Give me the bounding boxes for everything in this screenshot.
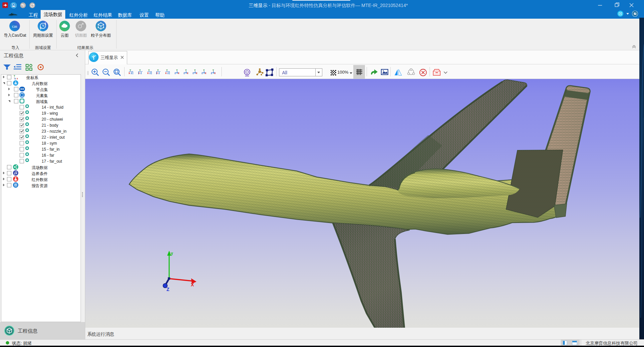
svg-text:X: X [191,282,194,287]
svg-text:z: z [131,71,132,75]
svg-text:x: x [147,71,149,75]
svg-text:y: y [171,251,173,256]
svg-text:z: z [167,71,169,75]
svg-text:z: z [141,71,142,75]
svg-text:Y: Y [14,75,15,77]
svg-text:Y: Y [212,69,214,71]
svg-text:Y: Y [203,69,205,71]
svg-text:Y: Y [194,69,196,71]
svg-text:x: x [214,71,216,75]
svg-text:z: z [183,71,185,75]
svg-text:x: x [187,71,188,75]
svg-text:x: x [129,71,130,75]
svg-text:x: x [17,77,18,80]
svg-text:z: z [201,71,203,75]
svg-text:z: z [192,71,194,75]
svg-text:Y: Y [148,69,150,71]
svg-text:z: z [174,71,176,75]
svg-text:Y: Y [176,69,178,71]
svg-text:Y: Y [157,69,159,71]
svg-text:x: x [196,71,197,75]
svg-text:z: z [150,71,151,75]
svg-text:Y: Y [185,69,187,71]
svg-text:z: z [159,71,160,75]
svg-text:cas: cas [12,24,17,29]
svg-text:Y: Y [166,69,168,71]
svg-text:Y: Y [139,69,141,71]
svg-text:x: x [178,71,179,75]
svg-text:z: z [211,71,212,75]
svg-text:Y: Y [130,69,131,71]
svg-text:Z: Z [166,287,169,292]
svg-text:x: x [205,71,206,75]
svg-text:x: x [165,71,167,75]
svg-text:z: z [15,77,16,80]
